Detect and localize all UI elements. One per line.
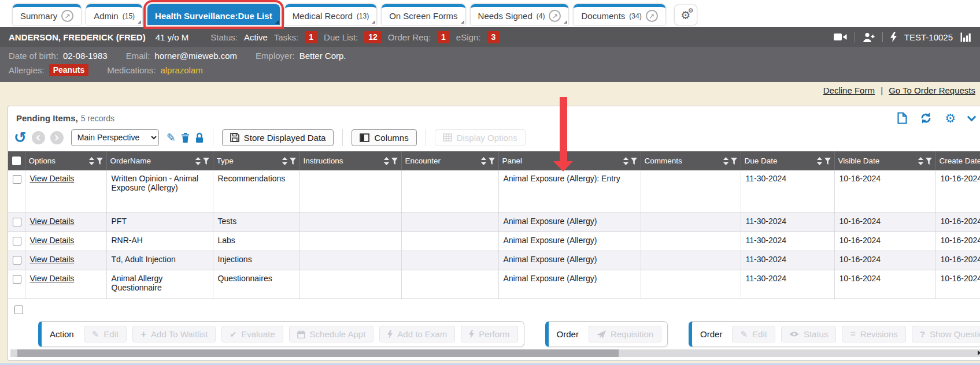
esign-count-badge[interactable]: 3 — [487, 31, 500, 43]
row-checkbox[interactable] — [13, 275, 21, 284]
store-displayed-data-button[interactable]: Store Displayed Data — [222, 129, 334, 146]
tab-settings-button[interactable]: ⚙ ⚙ — [675, 5, 697, 25]
perspective-select[interactable]: Main Perspective — [71, 129, 159, 146]
external-link-icon[interactable]: ↗ — [646, 10, 658, 22]
view-details-link[interactable]: View Details — [30, 274, 75, 283]
panel-settings-gear-icon[interactable]: ⚙ — [945, 112, 956, 124]
go-to-order-requests-link[interactable]: Go To Order Requests — [889, 85, 975, 95]
cell-comments — [641, 213, 741, 232]
horizontal-scrollbar[interactable] — [10, 349, 980, 357]
filter-funnel-icon[interactable] — [926, 158, 932, 165]
view-details-link[interactable]: View Details — [30, 236, 75, 245]
table-header-row: OptionsOrderNameTypeInstructionsEncounte… — [8, 151, 980, 170]
tab-documents[interactable]: Documents(34)↗ — [574, 4, 665, 25]
tab-corner-fold — [138, 20, 141, 24]
new-document-icon[interactable] — [897, 112, 907, 124]
show-questions-button: ?Show Questions — [912, 326, 980, 342]
column-header-due-date[interactable]: Due Date — [741, 151, 834, 170]
column-header-type[interactable]: Type — [213, 151, 299, 170]
undo-icon[interactable]: ↺ — [14, 131, 27, 144]
sort-icon[interactable] — [723, 157, 728, 165]
cell-instructions — [299, 232, 401, 251]
filter-funnel-icon[interactable] — [489, 158, 495, 165]
back-button[interactable] — [32, 131, 45, 144]
pencil-icon: ✎ — [740, 330, 748, 338]
tab-summary[interactable]: Summary↗ — [13, 4, 81, 25]
refresh-icon[interactable] — [920, 112, 932, 124]
due-list-count-badge[interactable]: 12 — [364, 31, 382, 43]
sort-icon[interactable] — [282, 157, 287, 165]
divider — [882, 32, 883, 42]
lightning-bolt-icon[interactable] — [890, 32, 897, 42]
toolbar-separator — [342, 129, 343, 146]
tasks-count-badge[interactable]: 1 — [305, 31, 317, 43]
sort-icon[interactable] — [918, 157, 923, 165]
medication-value[interactable]: alprazolam — [160, 65, 202, 75]
columns-button[interactable]: Columns — [352, 129, 416, 146]
add-person-icon[interactable] — [863, 32, 875, 42]
perform-button: Perform — [461, 326, 517, 342]
tab-label: Health Surveillance:Due List — [155, 11, 272, 21]
sort-icon[interactable] — [384, 157, 389, 165]
lock-icon[interactable] — [195, 132, 204, 143]
tab-health-surveillance-due-list[interactable]: Health Surveillance:Due List — [147, 4, 280, 25]
column-header-comments[interactable]: Comments — [641, 151, 741, 170]
tab-admin[interactable]: Admin(15) — [86, 4, 142, 25]
delete-trash-icon[interactable] — [181, 132, 190, 143]
column-header-ordername[interactable]: OrderName — [106, 151, 213, 170]
column-header-instructions[interactable]: Instructions — [299, 151, 401, 170]
add-to-waitlist-button: +Add To Waitlist — [132, 326, 216, 342]
column-label: Due Date — [745, 157, 815, 165]
cell-panel: Animal Exposure (Allergy) — [498, 232, 641, 251]
column-header-encounter[interactable]: Encounter — [401, 151, 498, 170]
collapse-chevron-icon[interactable] — [967, 112, 977, 121]
pending-items-table: OptionsOrderNameTypeInstructionsEncounte… — [8, 151, 980, 299]
external-link-icon[interactable]: ↗ — [549, 10, 561, 22]
toolbar-separator — [426, 129, 426, 146]
column-label: Type — [217, 157, 280, 165]
column-header-options[interactable]: Options — [25, 151, 106, 170]
order-req-count-badge[interactable]: 1 — [437, 31, 450, 43]
column-header-panel[interactable]: Panel — [498, 151, 641, 170]
row-checkbox[interactable] — [13, 218, 21, 226]
filter-funnel-icon[interactable] — [631, 158, 637, 165]
sort-icon[interactable] — [195, 157, 201, 165]
cell-type: Tests — [213, 213, 299, 232]
row-checkbox[interactable] — [13, 256, 21, 265]
row-checkbox[interactable] — [13, 175, 21, 184]
forward-button[interactable] — [50, 131, 64, 144]
filter-funnel-icon[interactable] — [290, 158, 296, 165]
view-details-link[interactable]: View Details — [30, 217, 75, 226]
scroll-right-arrow-icon[interactable] — [978, 351, 980, 355]
select-all-checkbox[interactable] — [12, 157, 21, 165]
button-label: Schedule Appt — [310, 329, 366, 339]
filter-funnel-icon[interactable] — [97, 158, 103, 165]
filter-funnel-icon[interactable] — [824, 158, 831, 165]
tab-on-screen-forms[interactable]: On Screen Forms — [382, 4, 465, 25]
filter-funnel-icon[interactable] — [203, 158, 209, 165]
external-link-icon[interactable]: ↗ — [61, 10, 73, 22]
columns-label: Columns — [374, 133, 408, 143]
tab-medical-record[interactable]: Medical Record(13) — [285, 4, 377, 25]
flowsheet-chart-icon[interactable] — [960, 32, 971, 42]
column-header-visible-date[interactable]: Visible Date — [834, 151, 935, 170]
allergy-badge[interactable]: Peanuts — [49, 64, 88, 76]
sort-icon[interactable] — [481, 157, 486, 165]
filter-funnel-icon[interactable] — [391, 158, 398, 165]
view-details-link[interactable]: View Details — [30, 255, 75, 264]
tab-needs-signed[interactable]: Needs Signed(4)↗ — [471, 4, 569, 25]
view-details-link[interactable]: View Details — [30, 174, 75, 183]
video-camera-icon[interactable] — [834, 33, 847, 41]
question-icon: ? — [920, 330, 925, 338]
sort-icon[interactable] — [89, 157, 94, 165]
pencil-icon: ✎ — [92, 330, 99, 338]
column-header-create-date[interactable]: Create Date — [935, 151, 980, 170]
sort-icon[interactable] — [817, 157, 822, 165]
scrollbar-thumb[interactable] — [17, 349, 619, 357]
row-checkbox[interactable] — [13, 237, 21, 245]
edit-pencil-icon[interactable]: ✎ — [167, 131, 176, 144]
filter-funnel-icon[interactable] — [731, 158, 737, 165]
decline-form-link[interactable]: Decline Form — [823, 85, 875, 95]
sort-icon[interactable] — [623, 157, 628, 165]
row-checkbox[interactable] — [14, 306, 23, 314]
